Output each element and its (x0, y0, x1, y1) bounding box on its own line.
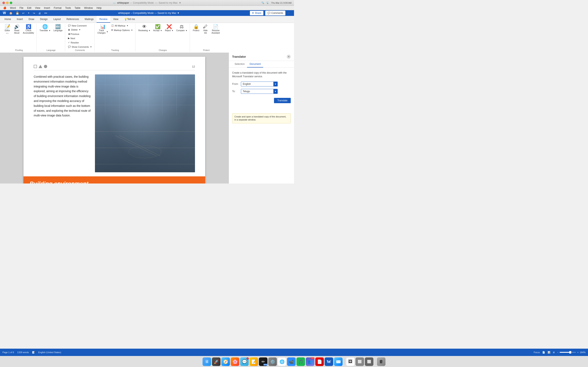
markup-options-dropdown-icon: ▼ (131, 29, 133, 31)
menu-view[interactable]: View (33, 6, 42, 10)
show-comments-button[interactable]: 💬 Show Comments ▼ (67, 45, 93, 49)
reject-icon: ❌ (166, 25, 172, 29)
circle-shape (44, 65, 47, 68)
resolve-button[interactable]: ✓ Resolve (67, 41, 80, 44)
share-button[interactable]: ⬆ Share (250, 11, 264, 16)
svg-line-12 (115, 136, 156, 156)
resume-assistant-button[interactable]: 📄 Resume Assistant (210, 24, 221, 35)
menu-table[interactable]: Table (73, 6, 82, 10)
check-accessibility-button[interactable]: ♿ Check Accessibility (22, 24, 35, 35)
language-group: 🌐 Translate ▼ 🔤 Language Language (37, 24, 65, 51)
menu-file[interactable]: File (18, 6, 25, 10)
menu-word[interactable]: Word (8, 6, 17, 10)
editor-button[interactable]: 📝 Editor abc (3, 24, 12, 35)
new-comment-button[interactable]: 💬 New Comment (67, 24, 88, 27)
save-icon[interactable]: 💾 (15, 11, 20, 15)
comments-button[interactable]: 💬 Comments (265, 11, 285, 16)
tab-document[interactable]: Document (247, 61, 263, 67)
document-page: 12 Combined with practical cases, the bu… (24, 57, 205, 184)
tab-view[interactable]: View (110, 16, 121, 23)
reviewing-button[interactable]: 👁 Reviewing ▼ (137, 24, 151, 33)
reviewing-dropdown-icon: ▼ (149, 30, 150, 32)
minimize-button[interactable] (6, 2, 9, 4)
translate-button[interactable]: 🌐 Translate ▼ (38, 24, 52, 33)
cast-icon[interactable]: 📡 (266, 1, 269, 4)
close-button[interactable] (2, 2, 5, 4)
from-language-select[interactable]: English ▼ (241, 82, 278, 86)
language-button[interactable]: 🔤 Language (52, 24, 64, 33)
tab-design[interactable]: Design (37, 16, 51, 23)
home-icon[interactable]: 🏠 (8, 11, 13, 15)
tab-insert[interactable]: Insert (14, 16, 26, 23)
resolve-icon: ✓ (68, 41, 70, 44)
undo-icon[interactable]: ↩ (21, 11, 25, 15)
document-area[interactable]: 12 Combined with practical cases, the bu… (0, 53, 229, 184)
menu-window[interactable]: Window (82, 6, 95, 10)
undo-dropdown-icon[interactable]: ▼ (27, 12, 30, 15)
markup-icon: 📋 (111, 24, 114, 27)
panel-body: Create a translated copy of this documen… (229, 68, 294, 184)
translate-icon: 🌐 (42, 25, 48, 29)
search-icon[interactable]: 🔍 (261, 1, 264, 4)
delete-button[interactable]: 🗑 Delete ▼ (67, 28, 82, 32)
changes-label: Changes (159, 49, 167, 51)
document-title: whitepaper – Compatibility Mode — Saved … (50, 12, 248, 15)
to-dropdown-icon[interactable]: ▼ (273, 89, 277, 94)
document-body-text[interactable]: Combined with practical cases, the build… (34, 75, 91, 172)
show-comments-dropdown-icon: ▼ (90, 46, 92, 48)
more-commands-icon[interactable]: ••• (43, 11, 48, 15)
translate-tooltip: Create and open a translated copy of the… (232, 113, 291, 123)
protect-button[interactable]: 🔒 Protect (191, 24, 200, 33)
compare-button[interactable]: ⚖ Compare ▼ (175, 24, 189, 33)
to-language-select[interactable]: Telugu ▼ (241, 89, 278, 94)
language-label: Language (47, 49, 56, 51)
tab-home[interactable]: Home (2, 16, 14, 23)
menu-format[interactable]: Format (52, 6, 63, 10)
all-markup-button[interactable]: 📋 All Markup ▼ (110, 24, 134, 27)
from-dropdown-icon[interactable]: ▼ (273, 82, 277, 86)
chevron-down-icon[interactable]: ▼ (179, 1, 181, 4)
next-button[interactable]: ▶ Next (67, 36, 76, 40)
menu-edit[interactable]: Edit (26, 6, 33, 10)
accept-button[interactable]: ✅ Accept ▼ (152, 24, 164, 33)
tab-layout[interactable]: Layout (51, 16, 63, 23)
collapse-ribbon-button[interactable]: ∧ (287, 11, 290, 15)
comment-icon: 💬 (268, 12, 270, 15)
panel-close-button[interactable]: ✕ (287, 55, 291, 59)
hide-ink-button[interactable]: 🖊 Hide Ink (201, 24, 210, 35)
maximize-button[interactable] (10, 2, 12, 4)
redo-icon[interactable]: ↪ (32, 11, 36, 15)
read-aloud-button[interactable]: 🔊 Read Aloud (12, 24, 21, 35)
protect-group: 🔒 Protect 🖊 Hide Ink 📄 Resume Assistant … (190, 24, 222, 51)
page-shapes (34, 65, 47, 68)
protect-items: 🔒 Protect 🖊 Hide Ink 📄 Resume Assistant (191, 24, 221, 49)
previous-button[interactable]: ◀ Previous (67, 32, 80, 36)
print-icon[interactable]: 🖨 (38, 11, 42, 15)
tab-references[interactable]: References (63, 16, 82, 23)
reviewing-icon: 👁 (142, 25, 147, 29)
proofing-label: Proofing (15, 49, 23, 51)
track-changes-button[interactable]: 📊 Track Changes ▼ (96, 24, 109, 35)
tab-selection[interactable]: Selection (232, 61, 247, 67)
protect-label: Protect (203, 49, 210, 51)
tab-tell-me[interactable]: 💡 Tell me (121, 16, 138, 23)
markup-options-button[interactable]: ⚙ Markup Options ▼ (110, 28, 134, 32)
changes-items: 👁 Reviewing ▼ ✅ Accept ▼ ❌ Reject ▼ (137, 24, 189, 49)
language-icon: 🔤 (55, 25, 61, 29)
svg-line-13 (120, 136, 160, 156)
ribbon-right-actions: ⬆ Share 💬 Comments ∧ (250, 11, 292, 16)
menu-tools[interactable]: Tools (63, 6, 72, 10)
menu-apple[interactable]: 🍎 (2, 6, 8, 10)
comments-group: 💬 New Comment 🗑 Delete ▼ ◀ Previous ▶ Ne… (66, 24, 95, 51)
menu-insert[interactable]: Insert (42, 6, 52, 10)
section-title: Building environment (30, 180, 88, 184)
track-changes-icon: 📊 (100, 25, 105, 29)
menu-help[interactable]: Help (95, 6, 103, 10)
translate-button[interactable]: Translate (274, 98, 291, 103)
to-label: To: Telugu ▼ (232, 89, 291, 94)
reject-button[interactable]: ❌ Reject ▼ (164, 24, 174, 33)
window-controls[interactable] (2, 2, 12, 4)
tab-review[interactable]: Review (96, 16, 110, 23)
tab-draw[interactable]: Draw (26, 16, 37, 23)
tab-mailings[interactable]: Mailings (82, 16, 96, 23)
